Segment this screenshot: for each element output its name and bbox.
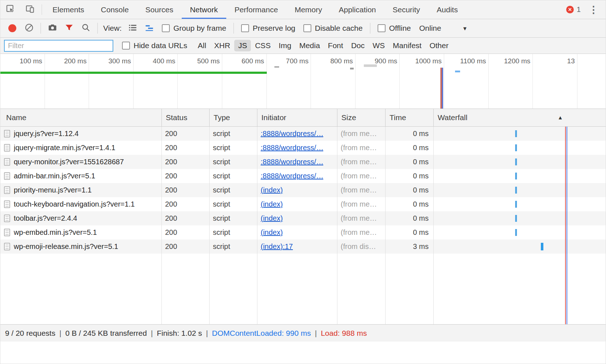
initiator-link[interactable]: :8888/wordpress/… <box>261 172 323 180</box>
load-time: Load: 988 ms <box>321 329 367 338</box>
hide-data-urls-checkbox[interactable] <box>122 42 130 50</box>
tab-performance[interactable]: Performance <box>226 0 286 19</box>
filter-toggle-button[interactable] <box>61 21 77 35</box>
request-time: 0 ms <box>386 183 434 197</box>
table-row[interactable]: jquery.js?ver=1.12.4 200 script :8888/wo… <box>0 127 606 141</box>
initiator-link[interactable]: :8888/wordpress/… <box>261 130 323 138</box>
filter-type-all[interactable]: All <box>194 40 210 51</box>
filter-type-js[interactable]: JS <box>234 40 251 51</box>
use-large-rows-button[interactable] <box>125 21 141 35</box>
preserve-log-control[interactable]: Preserve log <box>237 24 299 33</box>
table-row[interactable]: priority-menu.js?ver=1.1 200 script (ind… <box>0 183 606 197</box>
initiator-link[interactable]: (index):17 <box>261 242 293 251</box>
overview-activity-mark <box>274 66 279 68</box>
request-time: 0 ms <box>386 141 434 155</box>
chevron-down-icon: ▼ <box>462 25 468 31</box>
table-row[interactable]: wp-emoji-release.min.js?ver=5.1 200 scri… <box>0 240 606 254</box>
record-network-log-button[interactable] <box>4 21 21 35</box>
filter-type-xhr[interactable]: XHR <box>210 40 234 51</box>
initiator-link[interactable]: (index) <box>261 186 283 194</box>
table-row[interactable]: wp-embed.min.js?ver=5.1 200 script (inde… <box>0 225 606 240</box>
filter-type-media[interactable]: Media <box>295 40 324 51</box>
offline-checkbox[interactable] <box>378 24 386 32</box>
offline-control[interactable]: Offline <box>374 24 415 33</box>
console-error-badge[interactable]: ✕ 1 <box>566 5 581 14</box>
table-row[interactable]: query-monitor.js?ver=1551628687 200 scri… <box>0 155 606 169</box>
column-header-status[interactable]: Status <box>162 109 210 126</box>
sort-ascending-icon: ▲ <box>557 114 563 120</box>
script-file-icon <box>4 215 10 222</box>
preserve-log-label: Preserve log <box>253 24 295 33</box>
search-button[interactable] <box>77 21 94 35</box>
inspect-element-button[interactable] <box>0 0 20 19</box>
overview-activity-mark <box>350 68 354 69</box>
filter-input[interactable] <box>4 40 113 52</box>
tab-elements[interactable]: Elements <box>44 0 93 19</box>
table-row[interactable]: jquery-migrate.min.js?ver=1.4.1 200 scri… <box>0 141 606 155</box>
throttling-dropdown[interactable]: Online ▼ <box>415 24 469 33</box>
request-name: priority-menu.js?ver=1.1 <box>14 186 92 194</box>
script-file-icon <box>4 158 10 166</box>
tab-console[interactable]: Console <box>93 0 137 19</box>
group-by-frame-checkbox[interactable] <box>162 24 170 32</box>
ruler-label: 200 ms <box>45 54 89 109</box>
table-row[interactable]: touch-keyboard-navigation.js?ver=1.1 200… <box>0 197 606 211</box>
request-size: (from dis… <box>337 240 386 254</box>
table-row[interactable]: toolbar.js?ver=2.4.4 200 script (index) … <box>0 211 606 225</box>
toggle-device-toolbar-button[interactable] <box>20 0 39 19</box>
script-file-icon <box>4 229 10 236</box>
waterfall-bar <box>515 229 517 236</box>
request-name: admin-bar.min.js?ver=5.1 <box>14 172 95 180</box>
filter-type-ws[interactable]: WS <box>369 40 389 51</box>
filter-type-other[interactable]: Other <box>425 40 453 51</box>
column-header-name[interactable]: Name <box>0 109 162 126</box>
request-name: jquery-migrate.min.js?ver=1.4.1 <box>14 144 115 152</box>
tab-network[interactable]: Network <box>182 0 226 19</box>
clear-icon <box>24 23 34 34</box>
initiator-link[interactable]: (index) <box>261 200 283 208</box>
dom-content-loaded-time: DOMContentLoaded: 990 ms <box>212 329 311 338</box>
hide-data-urls-control[interactable]: Hide data URLs <box>118 41 191 50</box>
filter-type-css[interactable]: CSS <box>251 40 274 51</box>
camera-icon <box>47 22 58 34</box>
disable-cache-checkbox[interactable] <box>303 24 311 32</box>
dom-content-loaded-line <box>567 127 567 324</box>
devtools-menu-button[interactable]: ⋮ <box>587 4 600 16</box>
filter-type-doc[interactable]: Doc <box>347 40 369 51</box>
column-header-time[interactable]: Time <box>386 109 434 126</box>
clear-network-log-button[interactable] <box>21 21 37 35</box>
network-overview-timeline[interactable]: 100 ms 200 ms 300 ms 400 ms 500 ms 600 m… <box>0 54 606 109</box>
ruler-label: 700 ms <box>267 54 311 109</box>
divider <box>233 23 234 34</box>
initiator-link[interactable]: :8888/wordpress/… <box>261 158 323 166</box>
preserve-log-checkbox[interactable] <box>241 24 249 32</box>
record-icon <box>8 24 16 32</box>
waterfall-header-label: Waterfall <box>438 113 467 122</box>
tab-security[interactable]: Security <box>384 0 428 19</box>
show-overview-button[interactable] <box>141 21 158 35</box>
initiator-link[interactable]: (index) <box>261 214 283 223</box>
tab-application[interactable]: Application <box>331 0 384 19</box>
initiator-link[interactable]: (index) <box>261 228 283 237</box>
filter-type-manifest[interactable]: Manifest <box>389 40 425 51</box>
request-size: (from me… <box>337 127 386 141</box>
request-status: 200 <box>162 169 210 183</box>
network-toolbar: View: Group by frame Preserve log Disabl… <box>0 19 606 38</box>
search-icon <box>81 23 91 34</box>
capture-screenshots-button[interactable] <box>44 21 61 35</box>
throttling-value: Online <box>419 24 441 33</box>
disable-cache-control[interactable]: Disable cache <box>299 24 367 33</box>
resource-type-filters: All XHR JS CSS Img Media Font Doc WS Man… <box>194 40 453 51</box>
filter-type-font[interactable]: Font <box>324 40 347 51</box>
column-header-waterfall[interactable]: Waterfall ▲ <box>434 109 606 126</box>
column-header-size[interactable]: Size <box>337 109 386 126</box>
column-header-initiator[interactable]: Initiator <box>257 109 337 126</box>
tab-sources[interactable]: Sources <box>137 0 182 19</box>
table-row[interactable]: admin-bar.min.js?ver=5.1 200 script :888… <box>0 169 606 183</box>
initiator-link[interactable]: :8888/wordpress/… <box>261 144 323 152</box>
group-by-frame-control[interactable]: Group by frame <box>158 24 230 33</box>
tab-memory[interactable]: Memory <box>286 0 331 19</box>
filter-type-img[interactable]: Img <box>275 40 295 51</box>
column-header-type[interactable]: Type <box>210 109 257 126</box>
tab-audits[interactable]: Audits <box>428 0 466 19</box>
